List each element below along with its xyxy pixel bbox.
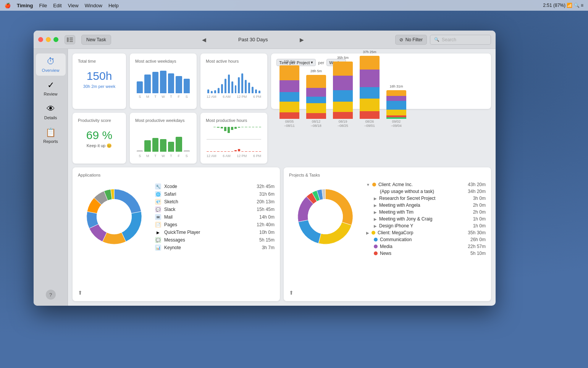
app-name-label: Keynote xyxy=(164,245,259,250)
app-row[interactable]: 📄Pages12h 40m xyxy=(155,222,275,228)
app-row[interactable]: 📊Keynote3h 7m xyxy=(155,245,275,251)
filter-label: No Filter xyxy=(405,37,423,42)
apps-donut-chart xyxy=(78,180,150,253)
project-row[interactable]: ▶Meeting with Jony & Craig1h 0m xyxy=(366,216,486,222)
search-box[interactable]: 🔍 Search xyxy=(430,35,491,45)
stacked-bar xyxy=(279,65,299,119)
project-row[interactable]: Media22h 57m xyxy=(366,244,486,249)
productivity-value: 69 % xyxy=(78,129,121,142)
project-expand-icon[interactable]: ▶ xyxy=(374,224,377,228)
next-button[interactable]: ▶ xyxy=(297,35,307,44)
sidebar-item-overview[interactable]: ⏱ Overview xyxy=(36,53,66,76)
prod-hours-pos-bar xyxy=(213,127,216,127)
project-expand-icon[interactable]: ▶ xyxy=(366,231,369,235)
prod-hours-pos-bar xyxy=(249,127,251,127)
projects-share-icon[interactable]: ⬆ xyxy=(289,290,294,296)
app-icon: 🌐 xyxy=(155,191,161,197)
hours-bar xyxy=(211,91,213,93)
details-icon: 👁 xyxy=(47,104,55,114)
help-button[interactable]: ? xyxy=(46,290,56,300)
bar-label: S xyxy=(137,95,143,99)
app-row[interactable]: 💬Messages5h 15m xyxy=(155,237,275,243)
review-icon: ✓ xyxy=(47,80,54,90)
project-row[interactable]: ▶Client: MegaCorp35h 30m xyxy=(366,230,486,235)
most-productive-weekdays-title: Most productive weekdays xyxy=(135,118,191,123)
most-productive-hours-title: Most productive hours xyxy=(206,118,262,123)
project-row[interactable]: News5h 10m xyxy=(366,251,486,256)
project-row[interactable]: Communication26h 0m xyxy=(366,237,486,242)
prod-weekday-label: T xyxy=(152,154,158,158)
project-name-label: Client: Acme Inc. xyxy=(378,182,465,187)
reports-icon: 📋 xyxy=(45,128,56,138)
app-row[interactable]: 💎Sketch20h 13m xyxy=(155,199,275,205)
prod-weekday-label: T xyxy=(168,154,174,158)
bar-label: T xyxy=(152,95,158,99)
new-task-button[interactable]: New Task xyxy=(81,35,111,45)
bar-label: S xyxy=(184,95,190,99)
stacked-segment xyxy=(279,92,299,102)
stacked-segment xyxy=(333,112,353,119)
stacked-segment xyxy=(333,102,353,112)
sidebar-toggle-button[interactable] xyxy=(65,35,75,44)
project-row[interactable]: ▶Research for Secret Project3h 0m xyxy=(366,196,486,201)
applications-card: Applications 🔧Xcode32h 45m🌐Safari31h 6m💎… xyxy=(73,167,280,301)
hours-bar xyxy=(245,80,247,93)
bar xyxy=(184,79,190,94)
active-hours-chart xyxy=(206,66,262,93)
project-row[interactable]: ▶Meeting with Angela2h 0m xyxy=(366,203,486,208)
stacked-segment xyxy=(386,110,406,115)
menu-edit[interactable]: Edit xyxy=(53,3,61,8)
menu-file[interactable]: File xyxy=(39,3,47,8)
prod-weekday-label: M xyxy=(144,154,150,158)
app-row[interactable]: ▶QuickTime Player10h 0m xyxy=(155,229,275,235)
project-expand-icon[interactable]: ▶ xyxy=(374,210,377,214)
prod-weekday-bar xyxy=(168,142,174,152)
close-button[interactable] xyxy=(38,37,43,42)
stacked-segment xyxy=(360,99,380,111)
project-expand-icon[interactable]: ▶ xyxy=(374,196,377,201)
menu-view[interactable]: View xyxy=(68,3,79,8)
right-status: 2:51 (87%) 📶 🔍 ≡ xyxy=(543,3,583,8)
sidebar-item-reports[interactable]: 📋 Reports xyxy=(36,125,66,147)
share-icon[interactable]: ⬆ xyxy=(78,290,82,296)
hours-bar xyxy=(255,89,257,94)
prod-hours-neg-bar xyxy=(224,151,226,152)
stacked-bar-chart: 33h 5m08/05 –08/1128h 5m08/12 –08/1835h … xyxy=(276,69,486,128)
hours-bar xyxy=(221,84,223,94)
stacked-bar-group: 16h 31m09/02 –09/04 xyxy=(386,84,406,128)
hours-label-6pm: 6 PM xyxy=(253,95,261,99)
project-expand-icon[interactable]: ▶ xyxy=(374,203,377,208)
app-icon: ▶ xyxy=(155,229,161,235)
sidebar-item-details[interactable]: 👁 Details xyxy=(36,101,66,123)
sidebar-item-review[interactable]: ✓ Review xyxy=(36,77,66,99)
maximize-button[interactable] xyxy=(53,37,58,42)
app-time-label: 14h 0m xyxy=(259,214,275,220)
project-row[interactable]: (App usage without a task)34h 20m xyxy=(366,189,486,194)
stacked-segment xyxy=(333,90,353,102)
app-row[interactable]: 🔧Xcode32h 45m xyxy=(155,183,275,190)
project-expand-icon[interactable]: ▶ xyxy=(374,217,377,221)
prod-hours-pos-bar xyxy=(221,127,223,128)
project-row[interactable]: ▼Client: Acme Inc.43h 20m xyxy=(366,182,486,187)
project-time-label: 2h 0m xyxy=(473,203,486,208)
project-row[interactable]: ▶Meeting with Tim2h 0m xyxy=(366,209,486,215)
app-row[interactable]: ✉Mail14h 0m xyxy=(155,214,275,220)
stacked-bar-group: 28h 5m08/12 –08/18 xyxy=(306,69,326,128)
total-time-value: 150h xyxy=(78,70,121,83)
menu-window[interactable]: Window xyxy=(85,3,102,8)
app-name-label: Sketch xyxy=(164,199,254,204)
minimize-button[interactable] xyxy=(46,37,51,42)
menu-help[interactable]: Help xyxy=(108,3,119,8)
app-row[interactable]: 💬Slack15h 45m xyxy=(155,206,275,212)
app-name-label: Pages xyxy=(164,222,254,227)
project-expand-icon[interactable]: ▼ xyxy=(366,183,370,187)
app-row[interactable]: 🌐Safari31h 6m xyxy=(155,191,275,197)
project-row[interactable]: ▶Design iPhone Y1h 0m xyxy=(366,223,486,229)
project-name-label: Meeting with Angela xyxy=(379,203,471,208)
stacked-segment xyxy=(386,96,406,101)
stacked-segment xyxy=(360,111,380,119)
prev-button[interactable]: ◀ xyxy=(200,35,209,44)
prod-hours-pos-bar xyxy=(241,127,244,127)
bar xyxy=(137,81,143,94)
filter-button[interactable]: ⊘ No Filter xyxy=(395,35,427,45)
